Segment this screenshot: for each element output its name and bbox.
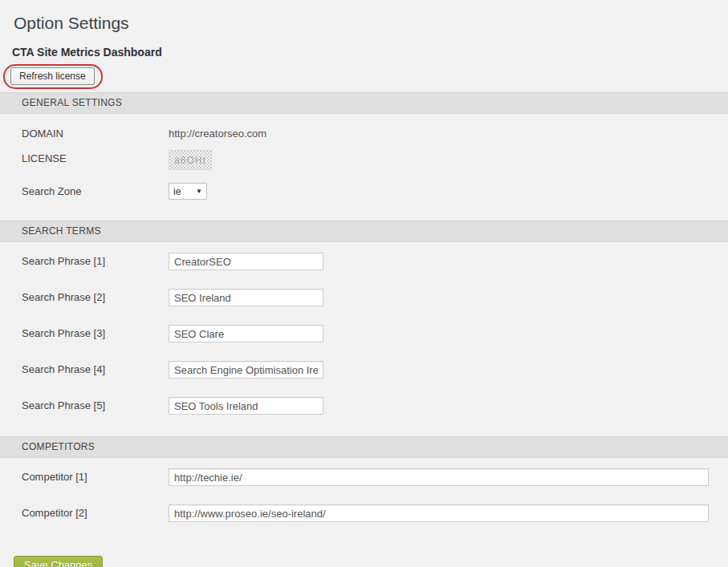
- save-changes-button[interactable]: Save Changes: [14, 556, 103, 567]
- competitor-1-input[interactable]: [169, 468, 709, 486]
- refresh-license-button[interactable]: Refresh license: [10, 67, 95, 85]
- search-phrase-row: Search Phrase [2]: [0, 278, 728, 314]
- search-zone-row: Search Zone ie ▼: [0, 175, 728, 207]
- license-row: LICENSE a6OHt: [0, 144, 728, 175]
- competitor-row: Competitor [2]: [0, 494, 728, 530]
- refresh-license-wrap: Refresh license: [10, 67, 95, 85]
- license-redacted-field[interactable]: a6OHt: [169, 150, 212, 170]
- search-phrase-1-label: Search Phrase [1]: [0, 253, 169, 267]
- search-phrase-5-label: Search Phrase [5]: [0, 397, 169, 411]
- search-phrase-2-label: Search Phrase [2]: [0, 289, 169, 303]
- competitor-2-label: Competitor [2]: [0, 504, 169, 519]
- search-phrase-2-input[interactable]: [169, 289, 323, 306]
- search-phrase-4-label: Search Phrase [4]: [0, 361, 169, 375]
- search-phrase-row: Search Phrase [5]: [0, 387, 728, 423]
- plugin-name-heading: CTA Site Metrics Dashboard: [12, 46, 728, 59]
- section-general-settings: DOMAIN http://creatorseo.com LICENSE a6O…: [0, 114, 728, 213]
- competitor-row: Competitor [1]: [0, 458, 728, 494]
- section-competitors: Competitor [1] Competitor [2]: [0, 458, 728, 537]
- search-phrase-row: Search Phrase [1]: [0, 242, 728, 278]
- search-phrase-row: Search Phrase [3]: [0, 314, 728, 350]
- competitor-2-input[interactable]: [169, 504, 709, 522]
- page-title: Option Settings: [14, 13, 728, 34]
- search-phrase-3-label: Search Phrase [3]: [0, 325, 169, 339]
- section-header-search-terms: SEARCH TERMS: [0, 221, 728, 242]
- license-label: LICENSE: [0, 150, 169, 164]
- section-header-competitors: COMPETITORS: [0, 436, 728, 458]
- search-phrase-3-input[interactable]: [169, 325, 323, 342]
- domain-row: DOMAIN http://creatorseo.com: [0, 114, 728, 144]
- competitor-1-label: Competitor [1]: [0, 468, 169, 483]
- license-redacted-value: a6OHt: [174, 155, 206, 166]
- search-phrase-4-input[interactable]: [169, 361, 323, 379]
- domain-label: DOMAIN: [0, 125, 169, 140]
- chevron-down-icon: ▼: [196, 188, 202, 195]
- search-phrase-row: Search Phrase [4]: [0, 350, 728, 387]
- section-search-terms: Search Phrase [1] Search Phrase [2] Sear…: [0, 242, 728, 429]
- search-zone-select[interactable]: ie ▼: [169, 183, 207, 200]
- domain-value: http://creatorseo.com: [169, 125, 709, 140]
- section-header-general-settings: GENERAL SETTINGS: [0, 92, 728, 114]
- search-phrase-1-input[interactable]: [169, 253, 323, 270]
- search-zone-label: Search Zone: [0, 183, 169, 197]
- option-settings-page: Option Settings CTA Site Metrics Dashboa…: [0, 13, 728, 567]
- search-phrase-5-input[interactable]: [169, 397, 323, 415]
- search-zone-selected-value: ie: [173, 186, 181, 197]
